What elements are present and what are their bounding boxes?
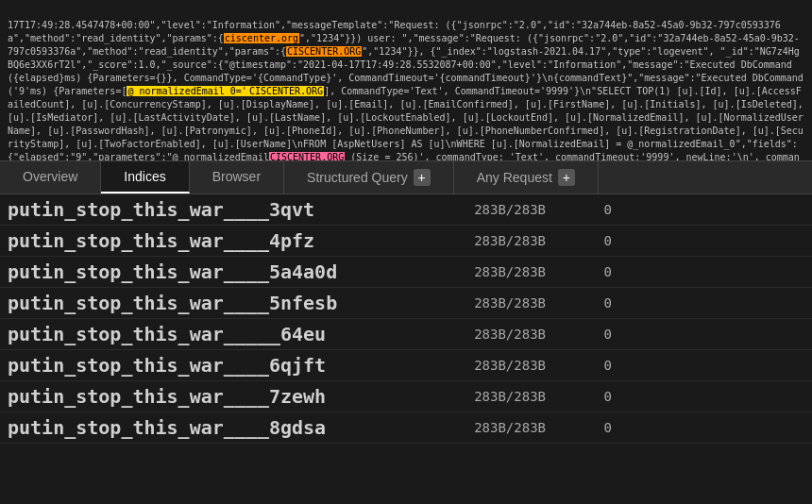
index-name: putin_stop_this_war____5nfesb	[8, 292, 442, 314]
tab-browser[interactable]: Browser	[190, 161, 284, 193]
index-count: 0	[565, 420, 612, 435]
index-name: putin_stop_this_war____6qjft	[8, 354, 442, 377]
table-row[interactable]: putin_stop_this_war____7zewh283B/283B0	[0, 381, 812, 412]
index-name: putin_stop_this_war____7zewh	[8, 385, 442, 408]
log-highlight-domain1: ciscenter.org	[224, 33, 299, 43]
table-row[interactable]: putin_stop_this_war____5a4a0d283B/283B0	[0, 257, 812, 288]
index-count: 0	[565, 202, 612, 217]
tab-any-request-label: Any Request	[477, 170, 552, 185]
index-size: 283B/283B	[442, 358, 565, 373]
index-size: 283B/283B	[442, 389, 565, 404]
index-name: putin_stop_this_war____4pfz	[8, 229, 442, 252]
index-name: putin_stop_this_war____5a4a0d	[8, 260, 442, 283]
tab-structured-query[interactable]: Structured Query +	[284, 161, 454, 193]
index-size: 283B/283B	[442, 295, 565, 311]
index-size: 283B/283B	[442, 327, 565, 342]
log-highlight-domain2: CISCENTER.ORG	[286, 46, 362, 57]
table-row[interactable]: putin_stop_this_war_____64eu283B/283B0	[0, 319, 812, 350]
tab-overview[interactable]: Overview	[0, 161, 101, 193]
table-row[interactable]: putin_stop_this_war____8gdsa283B/283B0	[0, 412, 812, 444]
log-text-mid3: ], CommandType='Text', CommandTimeout='9…	[8, 86, 809, 160]
tab-structured-query-label: Structured Query	[307, 170, 408, 185]
index-count: 0	[565, 358, 612, 373]
log-highlight-params: @_normalizedEmail_0='	[127, 86, 247, 96]
index-count: 0	[565, 295, 612, 311]
tab-structured-query-plus[interactable]: +	[414, 169, 431, 186]
log-area: 17T17:49:28.4547478+00:00","level":"Info…	[0, 0, 812, 160]
table-row[interactable]: putin_stop_this_war____5nfesb283B/283B0	[0, 288, 812, 319]
index-count: 0	[565, 233, 612, 248]
table-row[interactable]: putin_stop_this_war____4pfz283B/283B0	[0, 226, 812, 257]
index-name: putin_stop_this_war____3qvt	[8, 198, 442, 221]
index-name: putin_stop_this_war_____64eu	[8, 323, 442, 345]
index-count: 0	[565, 389, 612, 404]
index-size: 283B/283B	[442, 202, 565, 217]
index-size: 283B/283B	[442, 233, 565, 248]
tab-any-request[interactable]: Any Request +	[454, 161, 599, 193]
index-count: 0	[565, 327, 612, 342]
index-name: putin_stop_this_war____8gdsa	[8, 416, 442, 439]
indices-table: putin_stop_this_war____3qvt283B/283B0put…	[0, 194, 812, 444]
table-row[interactable]: putin_stop_this_war____6qjft283B/283B0	[0, 350, 812, 381]
tab-any-request-plus[interactable]: +	[558, 169, 575, 186]
tab-indices[interactable]: Indices	[101, 161, 189, 193]
log-highlight-domain4: CISCENTER.ORG	[269, 152, 345, 160]
index-size: 283B/283B	[442, 420, 565, 435]
index-size: 283B/283B	[442, 264, 565, 279]
table-row[interactable]: putin_stop_this_war____3qvt283B/283B0	[0, 194, 812, 226]
log-highlight-domain3: CISCENTER.ORG	[248, 86, 324, 96]
index-count: 0	[565, 264, 612, 279]
tab-bar: Overview Indices Browser Structured Quer…	[0, 160, 812, 194]
